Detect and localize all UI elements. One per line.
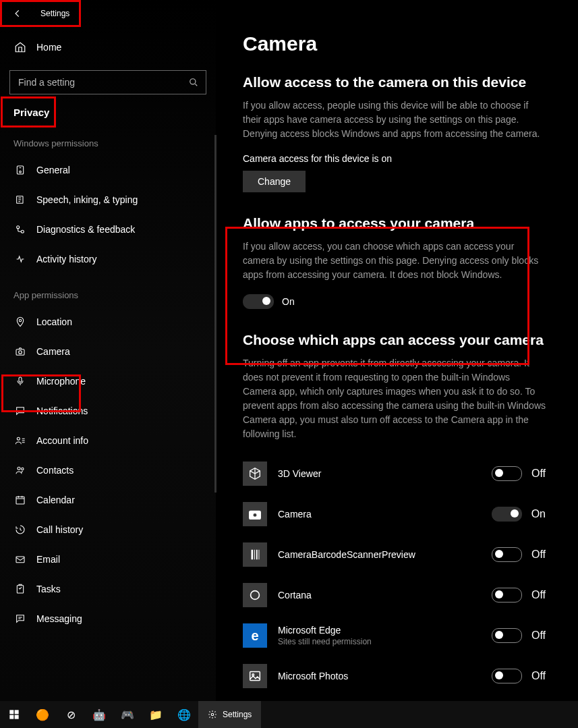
- section-desc: If you allow access, people using this d…: [243, 99, 546, 141]
- taskbar-active-app[interactable]: Settings: [198, 701, 261, 728]
- svg-point-11: [18, 467, 20, 470]
- scrollbar[interactable]: [214, 135, 216, 493]
- sidebar-item-contacts[interactable]: Contacts: [0, 455, 216, 485]
- app-icon: [243, 542, 267, 567]
- svg-rect-15: [17, 586, 23, 593]
- svg-rect-13: [16, 497, 24, 504]
- sidebar-item-label: Location: [36, 316, 72, 327]
- diagnostics-icon: [13, 223, 27, 236]
- sidebar-item-calendar[interactable]: Calendar: [0, 485, 216, 515]
- svg-point-6: [19, 319, 21, 321]
- sidebar-item-speech-inking-typing[interactable]: Speech, inking, & typing: [0, 185, 216, 215]
- sidebar-item-label: Call history: [36, 524, 83, 535]
- category-label: Privacy: [0, 94, 216, 122]
- start-button[interactable]: [0, 701, 28, 728]
- section-choose-apps: Choose which apps can access your camera…: [243, 332, 546, 696]
- toggle-label: Off: [531, 549, 546, 561]
- sidebar-item-messaging[interactable]: Messaging: [0, 604, 216, 634]
- app-toggle[interactable]: [492, 628, 522, 643]
- app-row: Microsoft PhotosOff: [243, 656, 546, 696]
- svg-rect-22: [15, 710, 19, 714]
- home-nav[interactable]: Home: [0, 32, 216, 62]
- taskbar-app-icon[interactable]: 📁: [142, 701, 170, 728]
- contacts-icon: [13, 464, 27, 477]
- svg-point-0: [190, 79, 196, 84]
- app-row: CameraOn: [243, 494, 546, 534]
- sidebar-item-account-info[interactable]: Account info: [0, 426, 216, 455]
- app-subtext: Sites still need permission: [278, 637, 492, 646]
- titlebar: Settings: [0, 0, 216, 27]
- svg-rect-14: [16, 557, 24, 563]
- status-text: Camera access for this device is on: [243, 153, 546, 164]
- sidebar-item-camera[interactable]: Camera: [0, 337, 216, 366]
- taskbar-app-icon[interactable]: 🤖: [85, 701, 113, 728]
- toggle-label: Off: [531, 670, 546, 682]
- svg-point-17: [253, 513, 257, 517]
- sidebar-item-activity-history[interactable]: Activity history: [0, 244, 216, 274]
- sidebar-item-general[interactable]: General: [0, 155, 216, 185]
- sidebar-item-tasks[interactable]: Tasks: [0, 574, 216, 604]
- section-heading: Allow apps to access your camera: [243, 215, 546, 231]
- section-device-access: Allow access to the camera on this devic…: [243, 74, 546, 192]
- notifications-icon: [13, 404, 27, 418]
- app-icon: [243, 583, 267, 607]
- sidebar-item-microphone[interactable]: Microphone: [0, 366, 216, 396]
- taskbar-app-label: Settings: [223, 710, 252, 719]
- app-toggle[interactable]: [492, 669, 522, 683]
- section-header: App permissions: [0, 274, 216, 307]
- svg-rect-24: [15, 715, 19, 719]
- calendar-icon: [13, 493, 27, 507]
- sidebar-item-label: Tasks: [36, 584, 61, 594]
- tasks-icon: [13, 582, 27, 596]
- svg-point-25: [211, 713, 214, 716]
- sidebar-item-label: Diagnostics & feedback: [36, 224, 135, 235]
- app-toggle[interactable]: [492, 588, 522, 603]
- sidebar-item-label: General: [36, 165, 70, 175]
- svg-rect-23: [9, 715, 13, 719]
- app-row: CortanaOff: [243, 575, 546, 615]
- sidebar-item-email[interactable]: Email: [0, 544, 216, 574]
- section-heading: Choose which apps can access your camera: [243, 332, 546, 348]
- app-toggle[interactable]: [492, 466, 522, 481]
- microphone-icon: [13, 374, 27, 388]
- taskbar: 🟠 ⊘ 🤖 🎮 📁 🌐 Settings: [0, 701, 578, 728]
- taskbar-app-icon[interactable]: ⊘: [57, 701, 85, 728]
- sidebar-item-label: Notifications: [36, 405, 88, 416]
- sidebar-item-notifications[interactable]: Notifications: [0, 396, 216, 426]
- search-box[interactable]: [9, 70, 206, 94]
- allow-apps-toggle[interactable]: [243, 294, 274, 309]
- taskbar-app-icon[interactable]: 🟠: [28, 701, 57, 728]
- search-input[interactable]: [17, 76, 188, 88]
- svg-rect-21: [9, 710, 13, 714]
- svg-point-2: [20, 171, 22, 173]
- taskbar-app-icon[interactable]: 🌐: [170, 701, 198, 728]
- section-heading: Allow access to the camera on this devic…: [243, 74, 546, 90]
- svg-point-12: [22, 468, 24, 470]
- taskbar-app-icon[interactable]: 🎮: [113, 701, 142, 728]
- home-icon: [13, 40, 27, 54]
- sidebar-item-call-history[interactable]: Call history: [0, 515, 216, 544]
- change-button[interactable]: Change: [243, 171, 306, 192]
- camera-icon: [13, 345, 27, 358]
- window-title: Settings: [40, 9, 69, 18]
- account-icon: [13, 434, 27, 447]
- sidebar-item-label: Messaging: [36, 613, 82, 624]
- callhistory-icon: [13, 523, 27, 536]
- back-icon[interactable]: [12, 8, 23, 19]
- section-desc: Turning off an app prevents it from dire…: [243, 356, 546, 441]
- app-toggle[interactable]: [492, 507, 522, 522]
- svg-point-4: [17, 226, 20, 229]
- sidebar-item-diagnostics-feedback[interactable]: Diagnostics & feedback: [0, 215, 216, 244]
- app-row: CameraBarcodeScannerPreviewOff: [243, 534, 546, 575]
- email-icon: [13, 553, 27, 566]
- sidebar-item-label: Calendar: [36, 495, 75, 505]
- app-toggle[interactable]: [492, 547, 522, 562]
- sidebar-item-label: Account info: [36, 435, 88, 446]
- sidebar-item-label: Microphone: [36, 376, 86, 387]
- svg-point-10: [17, 437, 20, 440]
- sidebar-item-label: Camera: [36, 346, 70, 357]
- sidebar-item-location[interactable]: Location: [0, 307, 216, 337]
- sidebar-item-label: Activity history: [36, 254, 96, 264]
- app-icon: [243, 461, 267, 486]
- app-icon: [243, 502, 267, 526]
